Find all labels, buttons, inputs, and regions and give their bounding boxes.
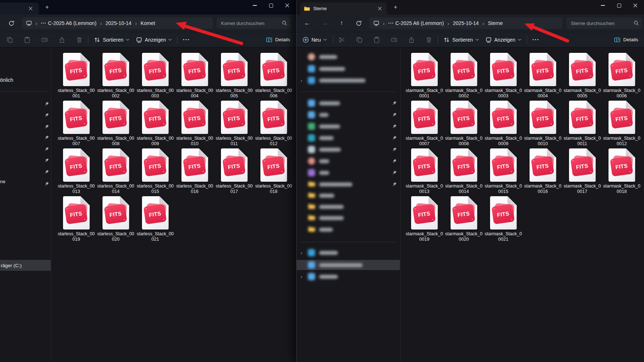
search-input[interactable]	[217, 17, 290, 29]
close-icon[interactable]	[631, 1, 639, 9]
tab-close-icon[interactable]	[28, 5, 34, 12]
new-tab-button[interactable]: +	[44, 4, 50, 10]
breadcrumb-item-drive[interactable]: C-2025 A6 (Lemmon)	[48, 20, 96, 26]
breadcrumb[interactable]: › ••• C-2025 A6 (Lemmon) › 2025-10-14 › …	[369, 17, 563, 29]
back-icon[interactable]: ←	[304, 20, 311, 27]
tab-komet[interactable]	[0, 3, 39, 14]
sidebar-item-blurred[interactable]	[297, 98, 400, 108]
new-button[interactable]: Neu	[302, 37, 327, 43]
file-tile[interactable]: FITS starmask_Stack_0 0019	[405, 196, 444, 244]
minimize-icon[interactable]	[251, 1, 259, 9]
rename-icon[interactable]	[391, 37, 397, 43]
sidebar-item-local-drive[interactable]: räger (C:)	[0, 260, 51, 271]
maximize-icon[interactable]	[615, 1, 623, 9]
file-tile[interactable]: FITS starmask_Stack_0 0006	[602, 53, 641, 101]
share-icon[interactable]	[59, 37, 65, 43]
copy-icon[interactable]	[356, 37, 363, 43]
tab-close-icon[interactable]	[377, 5, 383, 12]
new-tab-button[interactable]: +	[392, 4, 399, 10]
file-tile[interactable]: FITS starless_Stack_00 007	[57, 101, 96, 148]
sidebar-item-blurred[interactable]	[297, 190, 400, 201]
breadcrumb[interactable]: › ••• C-2025 A6 (Lemmon) › 2025-10-14 › …	[22, 17, 213, 29]
paste-icon[interactable]	[24, 37, 30, 43]
file-tile[interactable]: FITS starless_Stack_00 013	[57, 148, 96, 196]
sidebar-item-blurred[interactable]	[297, 121, 400, 131]
details-button[interactable]: Details	[266, 32, 290, 47]
file-tile[interactable]: FITS starmask_Stack_0 0015	[484, 148, 523, 196]
search-input[interactable]	[566, 17, 642, 29]
file-tile[interactable]: FITS starless_Stack_00 003	[135, 53, 175, 101]
sidebar-item-blurred[interactable]	[297, 202, 400, 212]
more-options-icon[interactable]: •••	[532, 38, 540, 42]
file-tile[interactable]: FITS starless_Stack_00 017	[214, 148, 254, 196]
file-tile[interactable]: FITS starmask_Stack_0 0017	[563, 148, 602, 196]
maximize-icon[interactable]	[267, 1, 275, 9]
breadcrumb-item-date[interactable]: 2025-10-14	[453, 20, 479, 26]
sidebar-item-blurred[interactable]	[297, 260, 400, 270]
file-tile[interactable]: FITS starmask_Stack_0 0001	[405, 53, 444, 101]
sidebar-item-blurred[interactable]	[297, 144, 400, 155]
breadcrumb-item-current[interactable]: Sterne	[488, 20, 503, 26]
minimize-icon[interactable]	[599, 1, 607, 9]
close-icon[interactable]	[283, 1, 291, 9]
sidebar-item-blurred[interactable]	[297, 213, 400, 223]
delete-icon[interactable]	[426, 37, 432, 43]
search-icon[interactable]	[282, 20, 287, 26]
sidebar-item-blurred[interactable]: ›	[297, 248, 400, 258]
rename-icon[interactable]	[41, 37, 48, 43]
copy-icon[interactable]	[7, 37, 13, 43]
file-tile[interactable]: FITS starmask_Stack_0 0003	[484, 53, 523, 101]
more-options-icon[interactable]: •••	[183, 38, 190, 42]
forward-icon[interactable]: →	[321, 20, 329, 27]
file-tile[interactable]: FITS starless_Stack_00 002	[96, 53, 135, 101]
view-button[interactable]: Anzeigen	[136, 37, 172, 43]
file-tile[interactable]: FITS starmask_Stack_0 0007	[405, 101, 444, 148]
file-tile[interactable]: FITS starmask_Stack_0 0009	[484, 101, 523, 148]
file-tile[interactable]: FITS starmask_Stack_0 0021	[484, 196, 523, 244]
chevron-right-icon[interactable]: ›	[301, 78, 302, 83]
file-tile[interactable]: FITS starmask_Stack_0 0013	[405, 148, 444, 196]
file-tile[interactable]: FITS starless_Stack_00 005	[214, 53, 254, 101]
file-tile[interactable]: FITS starless_Stack_00 009	[135, 101, 175, 148]
sort-button[interactable]: Sortieren	[443, 37, 479, 43]
sidebar-item-blurred[interactable]	[297, 224, 400, 235]
breadcrumb-overflow-icon[interactable]: •••	[388, 21, 394, 25]
file-tile[interactable]: FITS starmask_Stack_0 0018	[602, 148, 641, 196]
file-tile[interactable]: FITS starmask_Stack_0 0016	[523, 148, 563, 196]
share-icon[interactable]	[408, 37, 415, 43]
breadcrumb-overflow-icon[interactable]: •••	[41, 21, 46, 25]
file-tile[interactable]: FITS starmask_Stack_0 0020	[444, 196, 484, 244]
file-tile[interactable]: FITS starmask_Stack_0 0002	[444, 53, 484, 101]
sidebar-item-blurred[interactable]: ›	[297, 272, 400, 282]
up-icon[interactable]: ↑	[338, 20, 345, 27]
breadcrumb-item-date[interactable]: 2025-10-14	[105, 20, 131, 26]
file-tile[interactable]: FITS starmask_Stack_0 0004	[523, 53, 563, 101]
file-tile[interactable]: FITS starmask_Stack_0 0005	[563, 53, 602, 101]
file-tile[interactable]: FITS starless_Stack_00 010	[175, 101, 214, 148]
tab-sterne[interactable]: Sterne	[300, 3, 386, 14]
refresh-icon[interactable]	[8, 20, 15, 27]
file-tile[interactable]: FITS starmask_Stack_0 0012	[602, 101, 641, 148]
file-tile[interactable]: FITS starmask_Stack_0 0008	[444, 101, 484, 148]
file-tile[interactable]: FITS starless_Stack_00 021	[135, 196, 175, 244]
file-tile[interactable]: FITS starless_Stack_00 016	[175, 148, 214, 196]
file-tile[interactable]: FITS starless_Stack_00 015	[135, 148, 175, 196]
file-tile[interactable]: FITS starless_Stack_00 004	[175, 53, 214, 101]
file-tile[interactable]: FITS starless_Stack_00 008	[96, 101, 135, 148]
delete-icon[interactable]	[76, 37, 83, 43]
file-tile[interactable]: FITS starless_Stack_00 011	[214, 101, 254, 148]
chevron-right-icon[interactable]: ›	[301, 250, 302, 256]
file-tile[interactable]: FITS starmask_Stack_0 0014	[444, 148, 484, 196]
sidebar-item-blurred[interactable]	[297, 179, 400, 189]
view-button[interactable]: Anzeigen	[485, 37, 521, 43]
details-button[interactable]: Details	[614, 32, 638, 47]
file-tile[interactable]: FITS starless_Stack_00 006	[254, 53, 293, 101]
sidebar-item-blurred[interactable]	[297, 52, 400, 62]
breadcrumb-item-current[interactable]: Komet	[141, 20, 155, 26]
file-tile[interactable]: FITS starmask_Stack_0 0011	[563, 101, 602, 148]
chevron-right-icon[interactable]: ›	[301, 274, 302, 279]
sidebar-item-blurred[interactable]: ›	[297, 75, 400, 85]
sidebar-item-blurred[interactable]	[297, 133, 400, 143]
sidebar-item-blurred[interactable]	[297, 64, 400, 74]
sort-button[interactable]: Sortieren	[94, 37, 129, 43]
